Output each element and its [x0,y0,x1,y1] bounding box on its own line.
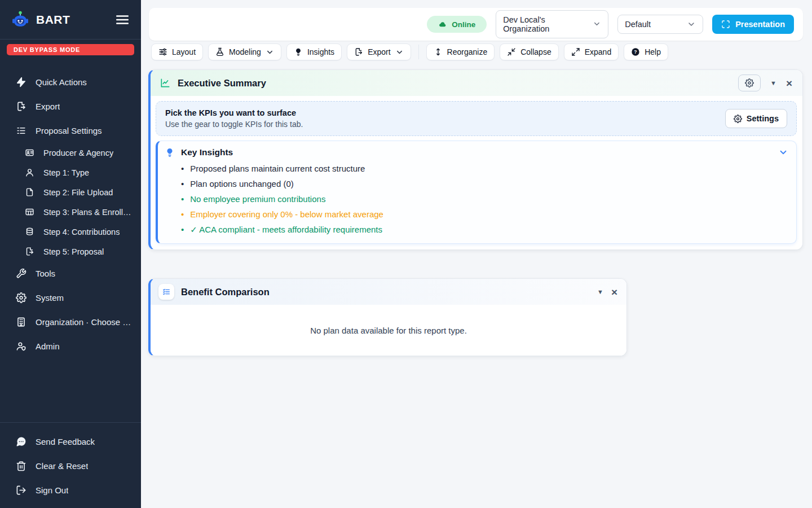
presentation-button[interactable]: Presentation [712,15,794,34]
toolbar-collapse-button[interactable]: Collapse [500,43,558,60]
panel-title: Benefit Comparison [181,287,270,297]
panel-close-button[interactable]: × [786,78,792,89]
sidebar-item-label: Admin [36,341,60,351]
svg-text:?: ? [634,49,637,55]
file-export-icon [25,247,34,256]
sidebar-item-label: Producer & Agency [43,148,113,157]
file-export-icon [16,101,27,112]
arrows-up-down-icon [434,47,443,56]
sliders-icon [158,47,167,56]
sidebar-item-producer-agency[interactable]: Producer & Agency [0,143,141,163]
sidebar-item-send-feedback[interactable]: Send Feedback [0,430,141,454]
sidebar-item-export[interactable]: Export [0,94,141,119]
sidebar-item-step-3-plans-enrollm[interactable]: Step 3: Plans & Enrollm... [0,202,141,222]
sidebar-item-label: Step 4: Contributions [43,227,120,237]
insight-text: No employee premium contributions [190,194,325,204]
sidebar-item-sign-out[interactable]: Sign Out [0,478,141,502]
sidebar-item-label: Step 2: File Upload [43,188,113,197]
sidebar-item-label: Step 3: Plans & Enrollm... [43,208,134,217]
presentation-button-label: Presentation [735,20,785,29]
sidebar-nav: Quick Actions Export Proposal Settings P… [0,70,141,422]
bullet-dot: • [181,225,184,234]
sidebar-item-step-5-proposal[interactable]: Step 5: Proposal [0,242,141,261]
sidebar-item-tools[interactable]: Tools [0,261,141,286]
toolbar-button-label: Collapse [520,47,551,56]
sidebar-item-quick-actions[interactable]: Quick Actions [0,70,141,94]
toolbar-expand-button[interactable]: Expand [564,43,619,60]
organization-select-value: Dev Local's Organization [503,15,587,33]
sidebar-item-organization-choose-an[interactable]: Organization · Choose an ... [0,310,141,334]
chart-line-icon [160,77,171,89]
bullet-dot: • [181,179,184,189]
key-insights-collapse-chevron-icon[interactable] [778,147,788,157]
sidebar-item-label: Proposal Settings [36,126,102,135]
trash-icon [16,461,27,471]
key-insights-box: Key Insights • Proposed plans maintain c… [156,141,797,244]
panel-close-button[interactable]: × [611,287,617,297]
view-select-value: Default [625,20,651,29]
checklist-icon [158,284,174,300]
sidebar-item-label: Tools [36,269,55,278]
file-export-icon [354,47,363,56]
sidebar-item-step-4-contributions[interactable]: Step 4: Contributions [0,222,141,242]
sidebar-item-label: Step 5: Proposal [43,247,104,256]
toolbar-button-label: Help [645,47,661,56]
sidebar-item-system[interactable]: System [0,286,141,310]
lightbulb-icon [165,147,175,157]
panel-title: Executive Summary [178,78,266,89]
sidebar-item-admin[interactable]: Admin [0,334,141,358]
sidebar-item-proposal-settings[interactable]: Proposal Settings [0,119,141,143]
file-icon [25,187,34,197]
panel-controls: ▼ × [738,75,792,91]
toolbar-layout-button[interactable]: Layout [151,43,203,60]
lightbulb-icon [294,47,303,56]
chevron-down-icon [395,48,404,56]
building-icon [16,317,27,327]
cloud-icon [438,20,447,29]
robot-logo-icon [10,10,30,30]
sign-out-icon [16,485,27,496]
view-select[interactable]: Default [617,15,703,34]
kpi-hint-box: Pick the KPIs you want to surface Use th… [156,101,797,136]
app-title: BART [36,13,70,27]
sidebar-item-label: System [36,293,64,303]
person-icon [25,168,34,177]
toolbar-help-button[interactable]: ? Help [624,43,668,60]
organization-select[interactable]: Dev Local's Organization [496,10,608,38]
insight-text: Proposed plans maintain current cost str… [190,164,365,173]
toolbar-reorganize-button[interactable]: Reorganize [426,43,495,60]
gear-icon [16,292,27,303]
insight-item: • Employer covering only 0% - below mark… [181,209,788,219]
insight-item: • ✓ ACA compliant - meets affordability … [181,225,788,235]
toolbar-button-label: Modeling [229,47,261,56]
key-insights-header: Key Insights [165,147,788,157]
sidebar-item-label: Clear & Reset [36,461,88,471]
toolbar-modeling-button[interactable]: Modeling [208,43,281,60]
panel-settings-gear-button[interactable] [738,75,761,91]
toolbar-insights-button[interactable]: Insights [286,43,342,60]
sidebar-item-step-1-type[interactable]: Step 1: Type [0,163,141,182]
sidebar-item-step-2-file-upload[interactable]: Step 2: File Upload [0,182,141,202]
toolbar-button-label: Export [368,47,390,56]
empty-state-message: No plan data available for this report t… [310,326,467,335]
panel-collapse-button[interactable]: ▼ [770,80,776,86]
toolbar-button-label: Reorganize [447,47,488,56]
panel-collapse-button[interactable]: ▼ [597,288,603,295]
toolbar-export-button[interactable]: Export [347,43,411,60]
bullet-dot: • [181,209,184,219]
lightning-icon [16,77,27,87]
chevron-down-icon [687,20,696,29]
toolbar-group-divider [418,45,419,59]
key-insights-title: Key Insights [181,147,233,157]
expand-icon [571,47,580,56]
chevron-down-icon [593,20,601,29]
table-icon [25,207,34,217]
coins-icon [25,227,34,237]
sidebar-header: BART [0,0,141,40]
kpi-settings-button[interactable]: Settings [725,109,787,128]
sidebar-item-label: Step 1: Type [43,168,89,177]
toolbar-button-label: Insights [307,47,334,56]
hamburger-menu-icon[interactable] [115,12,130,27]
sidebar-item-clear-reset[interactable]: Clear & Reset [0,454,141,478]
sidebar-item-label: Export [36,102,60,111]
